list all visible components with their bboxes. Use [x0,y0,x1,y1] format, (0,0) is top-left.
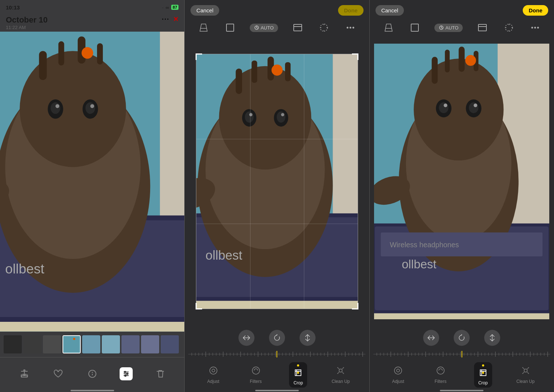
flip-vertical-button-p2[interactable] [300,330,316,346]
thumbnail-strip [0,332,184,357]
home-bar-p2 [255,390,299,391]
close-icon[interactable]: ✕ [173,15,178,23]
filters-icon-p3[interactable] [436,366,445,377]
perspective-icon-p3[interactable] [382,21,395,34]
svg-point-15 [51,103,60,114]
thumbnail-3[interactable] [43,335,61,353]
more-icon-p3[interactable] [529,21,542,34]
svg-point-30 [73,338,75,340]
flip-horizontal-button-p2[interactable] [238,330,254,346]
rotate-ccw-button-p3[interactable] [454,330,470,346]
cancel-button-p3[interactable]: Cancel [376,5,404,16]
cleanup-icon-p2[interactable] [336,366,345,377]
edit-button[interactable] [120,367,133,380]
perspective-icon-p2[interactable] [197,21,210,34]
svg-point-19 [81,47,93,59]
adjust-icon-p3[interactable] [393,366,403,377]
adjust-icon-p2[interactable] [209,366,218,377]
crop-free-icon-p2[interactable] [224,21,237,34]
info-button[interactable] [86,367,99,380]
crop-icon-p3[interactable] [478,368,488,380]
tab-adjust-p3[interactable]: Adjust [387,366,409,384]
tab-adjust-p2[interactable]: Adjust [202,366,224,384]
flip-horizontal-button-p3[interactable] [423,330,439,346]
thumbnail-5[interactable] [82,335,100,353]
svg-point-61 [346,27,348,29]
filters-label-p3: Filters [435,379,447,384]
status-bar: 10:13 · ∞ 87 [0,0,184,13]
thumbnail-7[interactable] [121,335,140,353]
svg-rect-24 [23,335,41,353]
tab-cleanup-p2[interactable]: Clean Up [330,366,352,384]
svg-point-81 [249,113,252,116]
tab-crop-p3[interactable]: Crop [472,362,494,388]
panel-edit-crop: Cancel Done AUTO [185,0,369,392]
crop-free-icon-p3[interactable] [408,21,421,34]
panel-edit-done: Cancel Done AUTO [370,0,554,392]
thumbnail-8[interactable] [141,335,159,353]
ruler-p3[interactable] [370,348,554,361]
svg-point-237 [482,372,484,373]
crop-icon-p2[interactable] [293,368,303,380]
tab-cleanup-p3[interactable]: Clean Up [515,366,537,384]
crop-corner-bl[interactable] [196,303,202,309]
share-icon[interactable] [18,367,31,380]
tab-crop-p2[interactable]: Crop [287,362,309,388]
done-button-p3[interactable]: Done [523,5,548,16]
crop-corner-br[interactable] [352,303,358,309]
favorite-button[interactable] [52,367,65,380]
svg-point-17 [56,104,60,108]
auto-button-p2[interactable]: AUTO [250,24,278,32]
done-button-p2[interactable]: Done [338,5,364,16]
thumbnail-1[interactable] [4,335,22,353]
svg-point-175 [474,104,477,107]
svg-point-139 [212,369,215,372]
tab-filters-p3[interactable]: Filters [430,366,451,384]
svg-text:ollbest: ollbest [205,248,242,262]
crop-edit-area-p3: ollbest Wireless headphones [370,36,554,327]
adjust-label-p3: Adjust [392,379,404,384]
info-icon[interactable] [86,367,99,380]
crop-corner-tr[interactable] [352,53,358,60]
filters-icon-p2[interactable] [251,366,261,377]
heart-icon[interactable] [52,367,65,380]
rotate-ccw-button-p2[interactable] [269,330,285,346]
svg-point-138 [210,367,217,374]
ruler-p2[interactable] [185,348,369,361]
cancel-button-p2[interactable]: Cancel [190,5,219,16]
trash-button[interactable] [154,367,167,380]
svg-point-140 [252,367,260,374]
battery-badge: 87 [171,5,178,10]
aspect-icon-p3[interactable] [476,21,489,34]
auto-button-p3[interactable]: AUTO [434,24,463,32]
flip-vertical-button-p3[interactable] [484,330,500,346]
sliders-icon[interactable] [120,367,133,380]
thumbnail-2[interactable] [23,335,41,353]
svg-rect-238 [524,369,527,372]
rotate-dial-icon-p3[interactable] [502,21,515,34]
thumbnail-6[interactable] [102,335,120,353]
trash-icon[interactable] [154,367,167,380]
svg-rect-147 [478,24,486,31]
home-bar [71,390,114,391]
crop-corner-tl[interactable] [196,53,202,60]
crop-grid-h2 [196,224,358,224]
crop-label-p2: Crop [293,380,303,385]
thumbnail-current[interactable] [63,335,81,353]
more-options-icon[interactable]: ··· [162,16,169,23]
rotate-dial-icon-p2[interactable] [317,21,330,34]
svg-point-18 [90,104,94,108]
thumbnail-9[interactable] [161,335,179,353]
aspect-icon-p2[interactable] [291,21,304,34]
cleanup-icon-p3[interactable] [521,366,530,377]
wifi-icon: ∞ [166,5,169,10]
svg-rect-26 [43,335,61,353]
edit-tabs-p3: Adjust Filters Cr [370,361,554,390]
svg-rect-39 [161,335,179,353]
share-button[interactable] [18,367,31,380]
edit-header-p2: Cancel Done [185,0,369,19]
more-icon-p2[interactable] [344,21,357,34]
groot-photo-p1: ollbest [0,32,184,332]
tab-filters-p2[interactable]: Filters [245,366,267,384]
crop-active-dot-p3 [482,364,484,367]
